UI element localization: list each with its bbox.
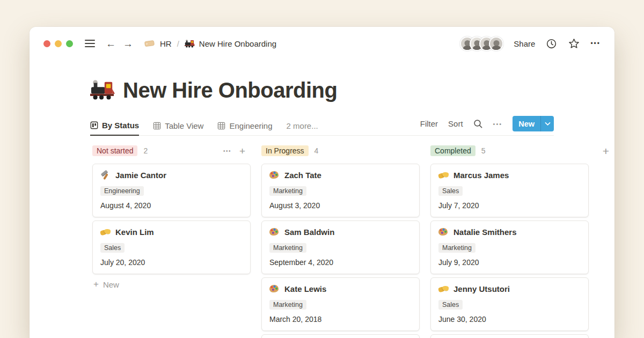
start-date: August 3, 2020 [269,201,412,210]
handshake-icon [438,170,449,180]
view-more-options-icon[interactable]: ••• [493,121,503,127]
view-tabs: By Status Table View Engineering 2 more.… [90,121,318,135]
column-header: Not started 2 ••• + [92,144,251,157]
clock-history-icon[interactable] [545,38,558,50]
breadcrumb-page[interactable]: New Hire Onboarding [199,39,276,48]
board-card[interactable]: Jamie Cantor Engineering August 4, 2020 [92,164,251,217]
close-window-button[interactable] [43,40,50,47]
forward-arrow-icon[interactable]: → [123,39,133,49]
avatar[interactable] [489,36,503,51]
board-card[interactable]: Kevin Lim Sales July 20, 2020 [92,221,251,274]
view-actions: Filter Sort ••• New [420,116,554,135]
view-bar: By Status Table View Engineering 2 more.… [90,115,554,136]
page-title[interactable]: New Hire Onboarding [123,78,337,102]
menu-icon[interactable] [85,40,95,48]
collaborator-avatars[interactable] [460,36,503,51]
sort-button[interactable]: Sort [448,119,463,128]
palette-icon [269,170,280,180]
card-title: Natalie Smithers [453,227,517,237]
card-title: Kate Lewis [284,284,326,293]
column-menu-icon[interactable]: ••• [223,148,231,154]
card-title: Jamie Cantor [115,171,166,180]
chevron-down-icon [545,122,551,126]
traffic-lights [43,40,73,47]
board-card[interactable]: Jenny Utsutori Sales June 30, 2020 [430,277,589,331]
locomotive-icon [185,39,195,48]
label-tag-icon [144,39,156,48]
new-record-button[interactable]: New [513,116,554,131]
start-date: June 30, 2020 [438,315,581,324]
kanban-board: Not started 2 ••• + Jamie Cantor Enginee… [92,144,614,338]
breadcrumb: HR / New Hire Onboarding [144,39,276,48]
card-title: Zach Tate [284,171,321,180]
card-title: Marcus James [453,171,509,180]
breadcrumb-separator: / [177,39,179,48]
start-date: September 4, 2020 [269,258,412,267]
department-tag: Marketing [269,243,306,253]
column-count: 4 [314,146,319,155]
department-tag: Marketing [269,186,306,196]
board-card[interactable]: Zach Tate Marketing August 3, 2020 [261,164,420,217]
table-view-icon [217,122,225,130]
column-header: In Progress 4 [261,144,420,157]
start-date: July 20, 2020 [100,258,243,267]
tab-table-view[interactable]: Table View [153,121,203,135]
share-button[interactable]: Share [514,39,535,48]
start-date: August 4, 2020 [100,201,243,210]
page-locomotive-icon [90,79,115,102]
column-header: Completed 5 [430,144,589,157]
tab-by-status[interactable]: By Status [90,121,139,136]
column-count: 5 [481,146,486,155]
add-group-button[interactable]: + [599,145,612,158]
card-title: Sam Baldwin [284,227,334,237]
add-card-button[interactable]: + New [92,279,251,290]
more-options-icon[interactable]: ••• [590,40,601,47]
department-tag: Marketing [269,300,306,310]
card-title: Jenny Utsutori [453,284,510,293]
board-column-in-progress: In Progress 4 Zach Tate Marketing August… [261,144,420,338]
board-card-clipped[interactable]: Matt M [430,334,589,338]
department-tag: Sales [100,243,125,253]
department-tag: Sales [438,186,463,196]
start-date: March 20, 2018 [269,315,412,324]
app-window: ← → HR / New Hir [30,27,614,338]
handshake-icon [438,284,449,294]
board-card-clipped[interactable]: Shawn Nest [261,334,420,338]
minimize-window-button[interactable] [55,40,62,47]
star-favorite-icon[interactable] [568,38,580,50]
start-date: July 9, 2020 [438,258,581,267]
card-title: Kevin Lim [115,227,154,237]
department-tag: Engineering [100,186,144,196]
topbar-actions: Share ••• [460,36,601,51]
plus-icon: + [93,279,99,290]
page-header: New Hire Onboarding [90,78,554,102]
status-badge[interactable]: Not started [92,145,137,156]
status-badge[interactable]: Completed [430,145,475,156]
new-record-dropdown[interactable] [540,116,554,131]
filter-button[interactable]: Filter [420,119,438,128]
back-arrow-icon[interactable]: ← [106,39,116,49]
board-card[interactable]: Sam Baldwin Marketing September 4, 2020 [261,221,420,274]
column-add-icon[interactable]: + [239,146,245,156]
hammer-icon [100,170,111,180]
zoom-window-button[interactable] [66,40,73,47]
breadcrumb-workspace[interactable]: HR [160,39,172,48]
window-topbar: ← → HR / New Hir [30,27,614,60]
search-icon[interactable] [473,119,483,129]
board-column-not-started: Not started 2 ••• + Jamie Cantor Enginee… [92,144,251,290]
start-date: July 7, 2020 [438,201,581,210]
more-views-link[interactable]: 2 more... [287,121,318,135]
tab-engineering[interactable]: Engineering [217,121,272,135]
palette-icon [269,227,280,237]
palette-icon [269,284,280,294]
column-count: 2 [143,146,148,155]
status-badge[interactable]: In Progress [261,145,309,156]
department-tag: Marketing [438,243,475,253]
board-card[interactable]: Kate Lewis Marketing March 20, 2018 [261,277,420,331]
board-card[interactable]: Marcus James Sales July 7, 2020 [430,164,589,217]
new-record-label[interactable]: New [513,116,540,131]
board-card[interactable]: Natalie Smithers Marketing July 9, 2020 [430,221,589,274]
handshake-icon [100,227,111,237]
board-view-icon [90,121,98,129]
department-tag: Sales [438,300,463,310]
